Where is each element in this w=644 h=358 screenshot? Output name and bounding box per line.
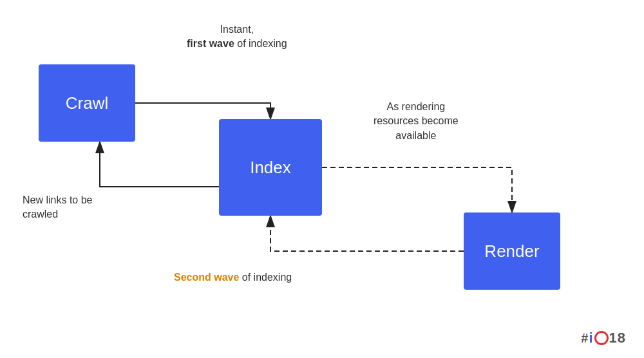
rendering-line2: resources become <box>374 115 459 126</box>
arrows-svg <box>0 0 644 358</box>
google-io-logo: # i 18 <box>581 330 626 346</box>
instant-bold: first wave <box>187 38 234 49</box>
rendering-label: As rendering resources become available <box>374 100 459 143</box>
logo-o-circle <box>594 331 609 345</box>
logo-i: i <box>589 330 593 346</box>
instant-prefix: Instant, <box>220 24 254 35</box>
diagram-container: Crawl Index Render Instant, first wave o… <box>0 0 644 358</box>
instant-suffix: of indexing <box>237 38 287 49</box>
second-wave-label: Second wave of indexing <box>174 270 292 285</box>
index-label: Index <box>250 158 291 178</box>
instant-label: Instant, first wave of indexing <box>187 23 287 52</box>
new-links-line1: New links to be <box>23 194 93 205</box>
logo-year: 18 <box>609 330 626 346</box>
rendering-line1: As rendering <box>386 101 445 112</box>
render-label: Render <box>484 241 539 261</box>
new-links-line2: crawled <box>23 209 58 220</box>
render-box: Render <box>464 212 560 290</box>
index-to-crawl-arrow <box>100 142 219 187</box>
logo-hash: # <box>581 331 589 346</box>
crawl-box: Crawl <box>39 64 135 142</box>
rendering-line3: available <box>395 130 436 141</box>
second-wave-bold: Second wave <box>174 272 239 283</box>
index-box: Index <box>219 119 322 216</box>
second-wave-suffix: of indexing <box>242 272 292 283</box>
index-to-render-arrow <box>322 167 512 212</box>
crawl-label: Crawl <box>66 93 108 113</box>
crawl-to-index-arrow <box>135 103 270 119</box>
render-to-index-arrow <box>270 216 464 251</box>
new-links-label: New links to be crawled <box>23 193 93 222</box>
